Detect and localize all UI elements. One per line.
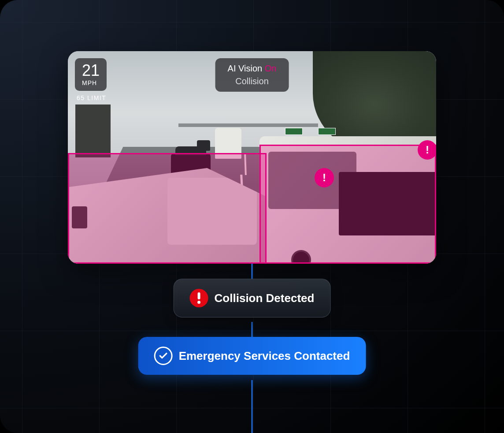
- speed-unit: MPH: [82, 79, 100, 86]
- warning-marker-icon: !: [315, 168, 334, 187]
- emergency-label: Emergency Services Contacted: [179, 349, 350, 363]
- collision-detected-badge: Collision Detected: [174, 279, 331, 317]
- vehicle-truck-left: [68, 168, 267, 264]
- ai-vision-status: On: [265, 63, 277, 73]
- highway-sign: [318, 128, 336, 135]
- svg-rect-0: [198, 292, 200, 299]
- ai-vision-badge: AI Vision On Collision: [215, 58, 289, 92]
- flow-connector-line: [252, 264, 253, 280]
- vehicle-van: [215, 128, 241, 159]
- speed-hud: 21 MPH 65 LIMIT: [75, 58, 107, 101]
- emergency-contacted-badge: Emergency Services Contacted: [138, 337, 366, 375]
- dashcam-video-card: ! ! 21 MPH 65 LIMIT AI Vision On Collisi…: [68, 51, 436, 264]
- scene-overpass: [178, 123, 319, 127]
- speed-value: 21: [82, 63, 100, 78]
- dashboard-panel: ! ! 21 MPH 65 LIMIT AI Vision On Collisi…: [0, 0, 504, 433]
- scene-tree-left: [75, 105, 111, 157]
- vehicle-truck-right: [259, 136, 436, 264]
- ai-vision-title: AI Vision On: [228, 63, 277, 74]
- flow-connector-line: [252, 322, 253, 338]
- highway-sign: [285, 128, 303, 135]
- dashcam-scene: ! ! 21 MPH 65 LIMIT AI Vision On Collisi…: [68, 51, 436, 264]
- svg-point-1: [197, 301, 200, 304]
- check-icon: [154, 347, 173, 365]
- warning-marker-icon: !: [418, 140, 436, 160]
- ai-vision-event: Collision: [228, 76, 277, 86]
- flow-connector-line: [252, 380, 253, 433]
- speed-box: 21 MPH: [75, 58, 107, 91]
- alert-icon: [190, 289, 208, 307]
- speed-limit: 65 LIMIT: [75, 94, 107, 101]
- ai-vision-label: AI Vision: [228, 63, 263, 73]
- collision-label: Collision Detected: [215, 291, 315, 305]
